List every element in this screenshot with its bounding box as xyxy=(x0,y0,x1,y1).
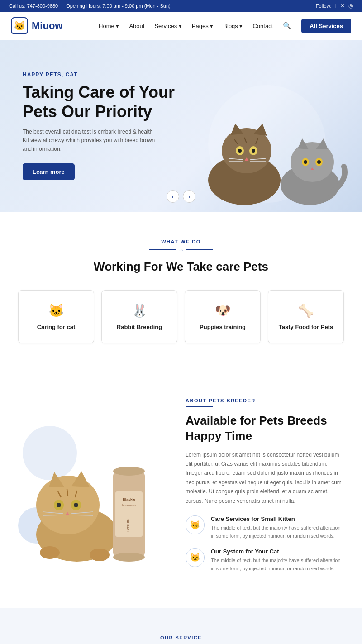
about-feature-2-title: Our System for Your Cat xyxy=(211,548,344,555)
about-feature-1: 🐱 Care Services for Small Kitten The mid… xyxy=(186,515,344,540)
divider-left xyxy=(149,249,176,250)
what-we-do-section: WHAT WE DO → Working For We Take care Pe… xyxy=(0,212,362,371)
svg-line-36 xyxy=(43,515,63,515)
section-divider: → xyxy=(18,246,344,253)
service-card-food[interactable]: 🦴 Tasty Food for Pets xyxy=(268,290,344,343)
nav-links: Home ▾ About Services ▾ Pages ▾ Blogs ▾ … xyxy=(99,19,351,33)
nav-contact[interactable]: Contact xyxy=(252,23,273,29)
svg-text:Pets Urn: Pets Urn xyxy=(126,519,129,531)
nav-blogs[interactable]: Blogs ▾ xyxy=(223,23,243,29)
logo-icon: 🐱 xyxy=(11,17,28,34)
svg-line-38 xyxy=(71,515,93,515)
svg-text:Blackie: Blackie xyxy=(123,497,136,501)
what-we-do-tag: WHAT WE DO xyxy=(18,239,344,244)
cat-care-icon: 🐱 xyxy=(28,303,85,318)
svg-point-7 xyxy=(238,149,242,153)
tasty-food-icon: 🦴 xyxy=(277,303,334,318)
about-feature-1-title: Care Services for Small Kitten xyxy=(211,515,344,522)
what-we-do-title: Working For We Take care Pets xyxy=(18,260,344,274)
svg-point-46 xyxy=(113,553,145,562)
rabbit-breeding-icon: 🐰 xyxy=(111,303,168,318)
service-card-cat[interactable]: 🐱 Caring for cat xyxy=(18,290,94,343)
svg-point-39 xyxy=(40,546,60,559)
tasty-food-label: Tasty Food for Pets xyxy=(277,324,334,330)
svg-point-27 xyxy=(36,476,100,534)
divider-right xyxy=(186,249,213,250)
about-section: Blackie bio angeles Pets Urn ABOUT PETS … xyxy=(0,371,362,608)
about-title: Available for Pets Breeds Happy Time xyxy=(186,413,344,444)
twitter-icon[interactable]: ✕ xyxy=(340,3,345,9)
nav-about[interactable]: About xyxy=(129,23,144,29)
about-feature-2-icon: 🐱 xyxy=(186,548,205,567)
popular-divider: → xyxy=(18,642,344,644)
service-card-rabbit[interactable]: 🐰 Rabbit Breeding xyxy=(101,290,177,343)
svg-point-40 xyxy=(90,549,110,561)
phone-label: Call us: 747-800-9880 xyxy=(9,3,58,9)
hero-nav-buttons: ‹ › xyxy=(167,190,195,203)
popular-divider-arrow: → xyxy=(178,642,184,644)
about-tag: ABOUT PETS BREEDER xyxy=(186,398,344,403)
hero-content: HAPPY PETS, CAT Taking Care of Your Pets… xyxy=(23,72,204,181)
nav-services[interactable]: Services ▾ xyxy=(154,23,181,29)
popular-services-section: OUR SERVICE → Most Popular Services for … xyxy=(0,608,362,644)
service-card-puppies[interactable]: 🐶 Puppies training xyxy=(185,290,261,343)
svg-point-23 xyxy=(304,160,307,164)
svg-text:bio angeles: bio angeles xyxy=(122,504,136,506)
about-feature-1-icon: 🐱 xyxy=(186,515,205,534)
all-services-button[interactable]: All Services xyxy=(301,19,351,33)
about-feature-2-desc: The middle of text. but the majority hav… xyxy=(211,557,344,572)
cat-care-label: Caring for cat xyxy=(28,324,85,330)
navbar: 🐱 Miuow Home ▾ About Services ▾ Pages ▾ … xyxy=(0,12,362,40)
about-feature-2: 🐱 Our System for Your Cat The middle of … xyxy=(186,548,344,572)
facebook-icon[interactable]: f xyxy=(335,3,337,9)
hero-prev-button[interactable]: ‹ xyxy=(167,190,179,203)
about-feature-1-text: Care Services for Small Kitten The middl… xyxy=(211,515,344,540)
puppies-training-icon: 🐶 xyxy=(194,303,251,318)
hero-section: HAPPY PETS, CAT Taking Care of Your Pets… xyxy=(0,40,362,212)
hours-label: Opening Hours: 7:00 am - 9:00 pm (Mon - … xyxy=(66,3,171,9)
hero-title: Taking Care of Your Pets Our Priority xyxy=(23,82,204,121)
hero-tag: HAPPY PETS, CAT xyxy=(23,72,204,78)
service-cards: 🐱 Caring for cat 🐰 Rabbit Breeding 🐶 Pup… xyxy=(18,290,344,343)
divider-arrow: → xyxy=(178,246,184,253)
svg-point-45 xyxy=(113,467,145,476)
about-description: Lorem ipsum dolor sit amet not is consec… xyxy=(186,450,344,506)
popular-tag: OUR SERVICE xyxy=(18,635,344,640)
about-feature-2-text: Our System for Your Cat The middle of te… xyxy=(211,548,344,572)
follow-label: Follow: xyxy=(316,3,332,9)
about-content: ABOUT PETS BREEDER Available for Pets Br… xyxy=(186,398,344,581)
hero-description: The best overall cat dna test is embark … xyxy=(23,128,158,154)
logo[interactable]: 🐱 Miuow xyxy=(11,17,62,34)
about-feature-1-desc: The middle of text. but the majority hav… xyxy=(211,524,344,540)
social-links: f ✕ ◎ xyxy=(335,3,353,9)
instagram-icon[interactable]: ◎ xyxy=(348,3,353,9)
rabbit-breeding-label: Rabbit Breeding xyxy=(111,324,168,330)
nav-pages[interactable]: Pages ▾ xyxy=(192,23,213,29)
topbar-left: Call us: 747-800-9880 Opening Hours: 7:0… xyxy=(9,3,171,9)
svg-point-8 xyxy=(252,149,255,153)
search-icon[interactable]: 🔍 xyxy=(283,22,291,30)
brand-name: Miuow xyxy=(32,20,62,32)
about-divider xyxy=(186,406,213,407)
topbar-right: Follow: f ✕ ◎ xyxy=(316,3,353,9)
puppies-training-label: Puppies training xyxy=(194,324,251,330)
topbar: Call us: 747-800-9880 Opening Hours: 7:0… xyxy=(0,0,362,12)
svg-point-24 xyxy=(317,160,321,164)
hero-learn-more-button[interactable]: Learn more xyxy=(23,163,75,180)
svg-point-33 xyxy=(74,503,78,507)
nav-home[interactable]: Home ▾ xyxy=(99,23,119,29)
svg-point-32 xyxy=(57,503,61,507)
about-image-area: Blackie bio angeles Pets Urn xyxy=(18,417,163,562)
about-cat-svg: Blackie bio angeles Pets Urn xyxy=(18,421,154,562)
hero-next-button[interactable]: › xyxy=(183,190,195,203)
